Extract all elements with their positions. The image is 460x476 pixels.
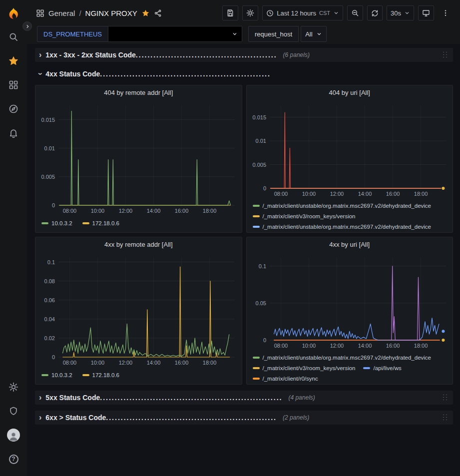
chevron-right-icon: › — [39, 51, 41, 59]
datasource-variable-select[interactable] — [108, 26, 242, 42]
chevron-down-icon — [333, 10, 339, 16]
legend-item[interactable]: /_matrix/client/r0/sync — [253, 374, 318, 383]
legend-item[interactable]: 172.18.0.6 — [82, 219, 119, 227]
row-drag-handle[interactable] — [442, 413, 448, 422]
row-title: 5xx Status Code — [45, 394, 100, 402]
svg-text:0: 0 — [52, 202, 55, 208]
bell-icon — [8, 128, 18, 138]
series-color-marker — [253, 226, 260, 228]
legend-item[interactable]: /_matrix/client/unstable/org.matrix.msc2… — [253, 353, 432, 362]
chevron-down-icon: › — [36, 72, 44, 75]
panel-chart: 00.0050.010.01508:0010:0012:0014:0016:00… — [35, 100, 242, 215]
favorite-star-icon[interactable] — [141, 9, 150, 17]
sidebar-item-server-admin[interactable] — [0, 399, 27, 423]
save-dashboard-button[interactable] — [222, 5, 238, 20]
request-host-variable-value: All — [305, 30, 312, 38]
breadcrumb-section[interactable]: General — [48, 9, 75, 17]
svg-text:0.005: 0.005 — [252, 162, 266, 168]
legend-item[interactable]: /_matrix/client/unstable/org.matrix.msc2… — [253, 201, 432, 210]
panel-legend: /_matrix/client/unstable/org.matrix.msc2… — [247, 352, 453, 384]
row-title-dots: ........................................… — [100, 394, 282, 402]
star-icon — [8, 56, 18, 66]
kebab-menu-button[interactable] — [438, 5, 453, 20]
share-icon[interactable] — [154, 9, 162, 17]
series-label: 172.18.0.6 — [92, 372, 119, 378]
row-panel-count: (6 panels) — [283, 51, 310, 58]
sidebar-item-alerting[interactable] — [0, 121, 27, 145]
grafana-logo[interactable] — [0, 3, 27, 25]
request-host-variable-select[interactable]: All — [301, 26, 327, 42]
panel-404-by-remote-addr: 404 by remote addr [All] 00.0050.010.015… — [35, 85, 242, 233]
legend-item[interactable]: 10.0.3.2 — [41, 219, 72, 227]
row-4xx[interactable]: › 4xx Status Code ......................… — [35, 68, 453, 80]
series-label: /_matrix/client/r0/sync — [263, 376, 318, 382]
panel-4xx-by-remote-addr: 4xx by remote addr [All] 00.020.040.060.… — [35, 237, 242, 385]
grafana-flame-icon — [6, 6, 21, 21]
variables-toolbar: DS_PROMETHEUS request_host All — [27, 26, 460, 44]
datasource-variable: DS_PROMETHEUS — [37, 26, 242, 42]
row-drag-handle[interactable] — [442, 50, 448, 59]
series-color-marker — [82, 222, 89, 224]
series-color-marker — [41, 222, 48, 224]
series-color-marker — [82, 374, 89, 376]
row-5xx[interactable]: › 5xx Status Code ......................… — [35, 391, 453, 405]
sidebar-item-starred[interactable] — [0, 49, 27, 73]
row-title: 4xx Status Code — [45, 70, 100, 78]
panel-chart: 00.020.040.060.080.108:0010:0012:0014:00… — [35, 252, 242, 367]
legend-item[interactable]: 10.0.3.2 — [41, 371, 72, 379]
sidebar-item-profile[interactable] — [0, 423, 27, 447]
svg-text:10:00: 10:00 — [91, 360, 105, 366]
main-area: General / NGINX PROXY L — [27, 0, 460, 476]
series-color-marker — [253, 215, 260, 217]
chevron-down-icon — [316, 31, 322, 37]
grafana-app: ? General / NGINX PROXY — [0, 0, 460, 476]
chevron-right-icon — [25, 24, 30, 29]
legend-item[interactable]: /api/live/ws — [363, 364, 401, 372]
row-title-dots: ........................................… — [100, 70, 271, 78]
svg-text:18:00: 18:00 — [203, 208, 217, 214]
sidebar-item-explore[interactable] — [0, 97, 27, 121]
panel-title[interactable]: 404 by remote addr [All] — [35, 85, 242, 100]
sidebar-item-configuration[interactable] — [0, 375, 27, 399]
row-title-dots: ........................................… — [106, 414, 277, 422]
svg-text:08:00: 08:00 — [274, 343, 288, 349]
legend-item[interactable]: /_matrix/client/unstable/org.matrix.msc2… — [253, 222, 432, 231]
row-drag-handle[interactable] — [442, 393, 448, 402]
svg-text:14:00: 14:00 — [358, 343, 372, 349]
row-title-dots: ........................................… — [136, 51, 277, 59]
row-6xx[interactable]: › 6xx > Status Code ....................… — [35, 411, 453, 425]
sidebar-expand-button[interactable] — [22, 21, 32, 31]
series-label: 10.0.3.2 — [51, 372, 72, 378]
breadcrumb-dashboard-title[interactable]: NGINX PROXY — [85, 9, 137, 17]
legend-item[interactable]: 172.18.0.6 — [82, 371, 119, 379]
clock-icon — [266, 9, 274, 17]
gear-icon — [246, 9, 254, 17]
series-color-marker — [363, 367, 370, 369]
svg-text:0.08: 0.08 — [44, 278, 55, 284]
svg-text:0.015: 0.015 — [41, 117, 55, 123]
sidebar-item-dashboards[interactable] — [0, 73, 27, 97]
svg-text:08:00: 08:00 — [274, 191, 288, 197]
dashboard-settings-button[interactable] — [242, 5, 258, 20]
refresh-interval-dropdown[interactable]: 30s — [387, 5, 414, 20]
svg-text:0.005: 0.005 — [41, 174, 55, 180]
row-1xx-3xx-2xx[interactable]: › 1xx - 3xx - 2xx Status Code ..........… — [35, 48, 453, 62]
tv-mode-button[interactable] — [418, 5, 434, 20]
sidebar-bottom-group: ? — [0, 375, 27, 471]
toolbar-actions: Last 12 hours CST 30s — [222, 5, 453, 20]
timezone-label: CST — [319, 10, 330, 16]
legend-item[interactable]: /_matrix/client/v3/room_keys/version — [253, 364, 356, 372]
series-label: /_matrix/client/v3/room_keys/version — [263, 365, 356, 371]
apps-grid-icon — [8, 80, 18, 90]
legend-item[interactable]: /_matrix/client/v3/room_keys/version — [253, 212, 356, 220]
row-title: 1xx - 3xx - 2xx Status Code — [45, 51, 136, 59]
panel-title[interactable]: 4xx by remote addr [All] — [35, 237, 242, 252]
time-range-picker[interactable]: Last 12 hours CST — [262, 5, 343, 20]
panel-title[interactable]: 4xx by uri [All] — [247, 237, 453, 252]
refresh-button[interactable] — [367, 5, 383, 20]
zoom-out-button[interactable] — [347, 5, 363, 20]
panel-title[interactable]: 404 by uri [All] — [247, 85, 453, 100]
sidebar-item-help[interactable]: ? — [0, 447, 27, 471]
series-color-marker — [253, 357, 260, 359]
svg-text:16:00: 16:00 — [386, 191, 400, 197]
